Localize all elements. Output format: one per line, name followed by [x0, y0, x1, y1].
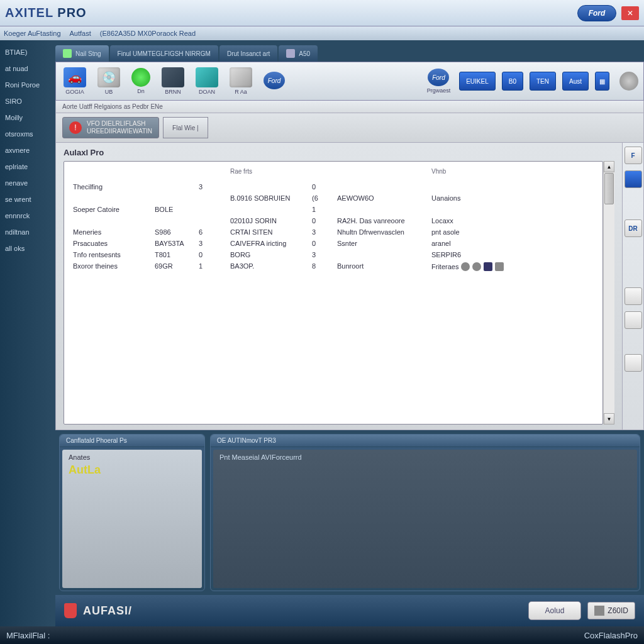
menubar: Koeger AuFtasting Autfast (E862A35D MX0P…	[0, 26, 644, 40]
warning-icon: !	[69, 121, 82, 134]
shield-icon	[64, 603, 77, 618]
table-row[interactable]: B.0916 SOBRUIEN(6AEWOW6OUanaions	[73, 192, 602, 204]
menu-item[interactable]: Koeger AuFtasting	[4, 30, 61, 37]
tool-button[interactable]: Ford	[261, 70, 287, 92]
app-title: AXITEL PRO	[5, 6, 87, 20]
table-row[interactable]: Thecilfing30	[73, 181, 602, 192]
sidebar-item[interactable]: otsroxms	[0, 126, 52, 142]
sidebar-item[interactable]: nenave	[0, 175, 52, 191]
panel-header: OE AUTINmovT PR3	[211, 435, 640, 447]
alert-status: Flal Wie |	[163, 117, 208, 138]
toolbar-blue-button[interactable]: ▦	[595, 72, 609, 91]
logo-text: AutLa	[69, 464, 196, 477]
toolbar-blue-button[interactable]: TEN	[530, 72, 556, 91]
tab[interactable]: Finul UMMTEGLFIGSH NIRRGM	[110, 45, 218, 62]
status-right: CoxFlalashPro	[584, 631, 638, 640]
bottom-left-panel: Canflatald Phoeral Ps Anates AutLa	[59, 434, 205, 591]
right-panel-button[interactable]	[625, 311, 642, 329]
toolbar-blue-button[interactable]: B0	[502, 72, 523, 91]
scrollbar[interactable]: ▲ ▼	[603, 161, 614, 425]
tab-icon	[286, 49, 295, 58]
sidebar-item[interactable]: all oks	[0, 240, 52, 257]
sidebar-item[interactable]: se wrent	[0, 191, 52, 208]
sidebar-item[interactable]: ndiltnan	[0, 224, 52, 240]
titlebar: AXITEL PRO Ford ✕	[0, 0, 644, 26]
table-row[interactable]: PrsacuatesBAY53TA3CAIVEFRA iricting0Ssnt…	[73, 238, 602, 249]
ford-icon: Ford	[428, 69, 449, 86]
toolbar-blue-button[interactable]: Aust	[562, 72, 589, 91]
tool-button[interactable]: R Aa	[227, 66, 255, 96]
footer-badge[interactable]: Z60ID	[587, 602, 635, 619]
tab-icon	[63, 49, 72, 58]
right-panel-button[interactable]: F	[625, 147, 642, 164]
tabstrip: Nail Stng Finul UMMTEGLFIGSH NIRRGM Drut…	[55, 44, 644, 62]
alert-row: ! VFO DIELRLIFLASHUREEDIIRAWIEWATIN Flal…	[55, 113, 644, 143]
table-row[interactable]: Soeper CatoireBOLE1	[73, 204, 602, 215]
tool-button[interactable]: Dn	[129, 67, 153, 96]
table-row[interactable]: Bxoror theines69GR1BA3OP.8BunroortFriter…	[73, 260, 602, 273]
toolbar: 🚗GOGIA 💿UB Dn BRNN DOAN R Aa Ford FordPr…	[55, 62, 644, 101]
panel-body: Pnt Measeial AVIForceurrd	[213, 450, 637, 588]
tool-button[interactable]: 🚗GOGIA	[61, 66, 89, 96]
footer-bar: AUFASI/ Aolud Z60ID	[55, 595, 644, 626]
table-row[interactable]: Tnfo rentsesntsT8010BORG3SERPIR6	[73, 249, 602, 260]
sidebar-item[interactable]: SIRO	[0, 93, 52, 109]
status-left: MFlaxilFlal :	[6, 631, 50, 640]
sidebar: BTIAE) at nuad Roni Poroe SIRO Moilly ot…	[0, 40, 52, 626]
sidebar-item[interactable]: ennnrck	[0, 208, 52, 224]
right-panel-button[interactable]	[625, 287, 642, 305]
badge-icon	[594, 606, 604, 616]
sidebar-item[interactable]: at nuad	[0, 60, 52, 77]
module-icon	[196, 67, 218, 87]
panel-header: Canflatald Phoeral Ps	[60, 435, 204, 447]
tool-button[interactable]: BRNN	[159, 66, 187, 96]
globe-icon	[131, 68, 150, 87]
scroll-up-button[interactable]: ▲	[604, 161, 614, 172]
ford-icon: Ford	[264, 72, 285, 89]
ford-logo-icon: Ford	[577, 5, 616, 21]
scroll-down-button[interactable]: ▼	[604, 413, 614, 425]
alert-box: ! VFO DIELRLIFLASHUREEDIIRAWIEWATIN	[62, 117, 159, 138]
right-panel-button[interactable]	[625, 354, 642, 372]
disc-icon: 💿	[97, 67, 120, 87]
chip-icon	[162, 67, 184, 87]
right-panel-button[interactable]: DR	[625, 219, 642, 237]
bottom-right-panel: OE AUTINmovT PR3 Pnt Measeial AVIForceur…	[210, 434, 640, 591]
statusbar: MFlaxilFlal : CoxFlalashPro	[0, 626, 644, 644]
device-icon	[230, 67, 252, 87]
tool-button[interactable]: DOAN	[193, 66, 221, 96]
tab[interactable]: Drut Insanct art	[219, 45, 277, 62]
sidebar-item[interactable]: eplriate	[0, 158, 52, 175]
tab[interactable]: A50	[279, 45, 318, 62]
sidebar-item[interactable]: axvnere	[0, 142, 52, 158]
menu-item[interactable]: (E862A35D MX0Poraock Read	[100, 30, 196, 37]
panel-body: Anates AutLa	[62, 450, 202, 588]
data-table: Rae frts Vhnb Thecilfing30B.0916 SOBRUIE…	[64, 161, 603, 425]
table-header: Rae frts Vhnb	[73, 167, 602, 181]
footer-logo: AUFASI/	[83, 604, 132, 618]
sub-toolbar: Aorte Uatff Relgaions as Pedbr ENe	[55, 101, 644, 113]
close-button[interactable]: ✕	[621, 6, 639, 20]
toolbar-blue-button[interactable]: EUIKEL	[459, 72, 496, 91]
table-row[interactable]: MeneriesS9866CRTAI SITEN3Nhultn Dfrwenva…	[73, 226, 602, 238]
panel-title: Aulaxl Pro	[64, 148, 614, 157]
footer-button[interactable]: Aolud	[528, 601, 582, 620]
right-panel: F DR	[622, 143, 643, 430]
tab[interactable]: Nail Stng	[55, 45, 109, 62]
sidebar-item[interactable]: Moilly	[0, 109, 52, 126]
car-icon: 🚗	[64, 67, 86, 87]
table-row[interactable]: 02010J SORIN0RA2H. Das vanreooreLocaxx	[73, 215, 602, 226]
gear-icon[interactable]	[619, 72, 638, 91]
right-panel-button[interactable]	[625, 170, 642, 188]
menu-item[interactable]: Autfast	[70, 30, 91, 37]
tool-button[interactable]: 💿UB	[95, 66, 123, 96]
tool-button[interactable]: FordPrgwaest	[425, 67, 453, 95]
scroll-thumb[interactable]	[604, 173, 614, 204]
sidebar-item[interactable]: BTIAE)	[0, 44, 52, 60]
sidebar-item[interactable]: Roni Poroe	[0, 77, 52, 93]
